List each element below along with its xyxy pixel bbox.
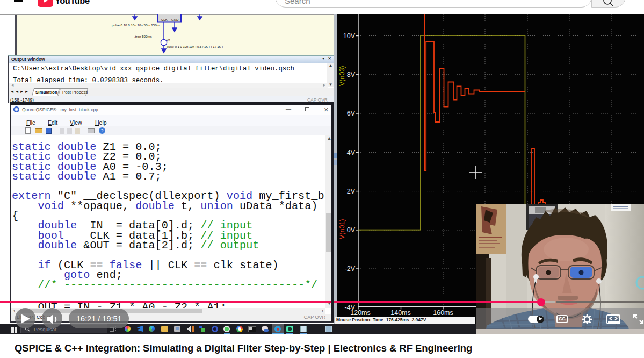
svg-text:-2V: -2V bbox=[345, 265, 356, 273]
svg-text:10V: 10V bbox=[343, 32, 356, 40]
svg-text:4V: 4V bbox=[347, 149, 356, 156]
svg-text:6V: 6V bbox=[347, 110, 356, 117]
svg-text:0V: 0V bbox=[347, 226, 356, 234]
svg-text:V1: V1 bbox=[167, 38, 171, 42]
svg-text:.tran 500ms: .tran 500ms bbox=[134, 34, 152, 38]
svg-text:8V: 8V bbox=[347, 71, 356, 78]
svg-text:pulse 0 10 0 10n 10n 50m 150m: pulse 0 10 0 10n 10n 50m 150m bbox=[112, 23, 160, 27]
svg-text:CLK: CLK bbox=[161, 18, 168, 22]
svg-text:pulse 0 1 0 10n 10n { 0.5 / 1K: pulse 0 1 0 10n 10n { 0.5 / 1K } { 1 / 1… bbox=[167, 45, 223, 48]
svg-text:160ms: 160ms bbox=[433, 309, 453, 317]
svg-text:140ms: 140ms bbox=[390, 309, 411, 317]
svg-text:2V: 2V bbox=[347, 188, 356, 195]
svg-text:V(n01): V(n01) bbox=[338, 219, 346, 239]
svg-text:V(n03): V(n03) bbox=[338, 66, 346, 86]
svg-text:120ms: 120ms bbox=[350, 309, 371, 317]
svg-text:GND: GND bbox=[171, 18, 179, 22]
